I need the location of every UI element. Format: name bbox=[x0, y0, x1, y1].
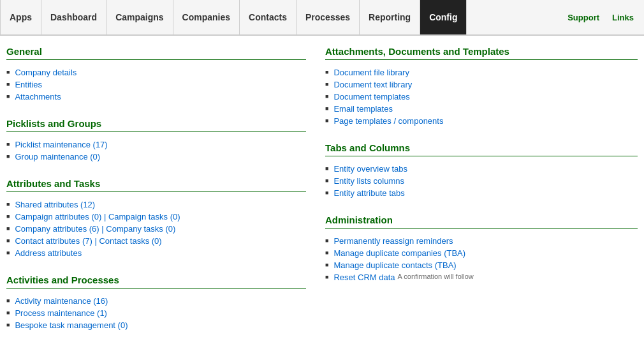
nav-item-reporting[interactable]: Reporting bbox=[360, 0, 420, 34]
list-item: Document templates bbox=[325, 91, 638, 103]
nav-item-dashboard[interactable]: Dashboard bbox=[41, 0, 106, 34]
list-item: Manage duplicate contacts (TBA) bbox=[325, 259, 638, 271]
nav-item-companies[interactable]: Companies bbox=[173, 0, 240, 34]
list-item-link[interactable]: Address attributes bbox=[15, 248, 82, 258]
list-item: Entity attribute tabs bbox=[325, 187, 638, 199]
list-item: Contact attributes (7) | Contact tasks (… bbox=[6, 235, 306, 247]
list-item: Company attributes (6) | Company tasks (… bbox=[6, 223, 306, 235]
list-item-link[interactable]: Attachments bbox=[15, 92, 61, 101]
section-attachments: Attachments, Documents and TemplatesDocu… bbox=[325, 46, 638, 127]
section-picklists: Picklists and GroupsPicklist maintenance… bbox=[6, 118, 306, 163]
list-item: Document file library bbox=[325, 66, 638, 79]
list-item: Picklist maintenance (17) bbox=[6, 139, 306, 151]
main-nav: AppsDashboardCampaignsCompaniesContactsP… bbox=[0, 0, 644, 36]
list-item: Page templates / components bbox=[325, 115, 638, 127]
nav-item-apps[interactable]: Apps bbox=[0, 0, 41, 34]
list-item-link[interactable]: Company details bbox=[15, 68, 77, 77]
list-item-link[interactable]: Campaign attributes (0) | Campaign tasks… bbox=[15, 212, 180, 221]
list-item-link[interactable]: Activity maintenance (16) bbox=[15, 296, 108, 306]
item-note: A confirmation will follow bbox=[398, 273, 474, 280]
section-general: GeneralCompany detailsEntitiesAttachment… bbox=[6, 46, 306, 103]
list-item-link[interactable]: Shared attributes (12) bbox=[15, 200, 95, 209]
list-item: Entity lists columns bbox=[325, 175, 638, 187]
section-tabs: Tabs and ColumnsEntity overview tabsEnti… bbox=[325, 142, 638, 199]
list-item-link[interactable]: Entity overview tabs bbox=[333, 164, 407, 174]
list-item: Attachments bbox=[6, 91, 306, 103]
list-item-link[interactable]: Entity attribute tabs bbox=[333, 188, 404, 198]
list-item-link[interactable]: Picklist maintenance (17) bbox=[15, 140, 107, 149]
list-item-link[interactable]: Permanently reassign reminders bbox=[333, 236, 453, 246]
nav-item-processes[interactable]: Processes bbox=[296, 0, 360, 34]
list-item-link[interactable]: Reset CRM data bbox=[333, 273, 395, 282]
right-column: Attachments, Documents and TemplatesDocu… bbox=[319, 46, 638, 347]
list-item-link[interactable]: Contact attributes (7) | Contact tasks (… bbox=[15, 236, 161, 246]
list-item: Company details bbox=[6, 66, 306, 79]
section-activities: Activities and ProcessesActivity mainten… bbox=[6, 274, 306, 331]
list-item: Shared attributes (12) bbox=[6, 199, 306, 211]
list-item-link[interactable]: Process maintenance (1) bbox=[15, 308, 107, 318]
list-item: Manage duplicate companies (TBA) bbox=[325, 247, 638, 259]
list-item: Reset CRM dataA confirmation will follow bbox=[325, 271, 638, 283]
list-item: Email templates bbox=[325, 103, 638, 115]
section-title-admin: Administration bbox=[325, 214, 638, 229]
nav-item-contacts[interactable]: Contacts bbox=[240, 0, 296, 34]
left-column: GeneralCompany detailsEntitiesAttachment… bbox=[6, 46, 319, 347]
nav-item-campaigns[interactable]: Campaigns bbox=[106, 0, 173, 34]
section-title-attributes: Attributes and Tasks bbox=[6, 178, 306, 192]
list-item-link[interactable]: Document text library bbox=[333, 80, 412, 89]
list-item-link[interactable]: Entities bbox=[15, 80, 42, 89]
page-content: GeneralCompany detailsEntitiesAttachment… bbox=[0, 36, 644, 357]
section-admin: AdministrationPermanently reassign remin… bbox=[325, 214, 638, 283]
list-item: Bespoke task management (0) bbox=[6, 319, 306, 331]
nav-left: AppsDashboardCampaignsCompaniesContactsP… bbox=[0, 0, 557, 34]
list-item: Address attributes bbox=[6, 247, 306, 259]
section-title-activities: Activities and Processes bbox=[6, 274, 306, 289]
list-item: Entities bbox=[6, 79, 306, 91]
links-link[interactable]: Links bbox=[607, 10, 639, 25]
nav-right: Support Links bbox=[557, 0, 644, 34]
support-link[interactable]: Support bbox=[562, 10, 604, 25]
list-item-link[interactable]: Bespoke task management (0) bbox=[15, 320, 128, 330]
list-item: Campaign attributes (0) | Campaign tasks… bbox=[6, 211, 306, 223]
list-item: Permanently reassign reminders bbox=[325, 235, 638, 247]
list-item-link[interactable]: Manage duplicate contacts (TBA) bbox=[333, 260, 456, 270]
list-item: Group maintenance (0) bbox=[6, 151, 306, 163]
list-item: Activity maintenance (16) bbox=[6, 295, 306, 307]
section-attributes: Attributes and TasksShared attributes (1… bbox=[6, 178, 306, 259]
list-item-link[interactable]: Page templates / components bbox=[333, 116, 443, 126]
section-title-tabs: Tabs and Columns bbox=[325, 142, 638, 156]
section-title-general: General bbox=[6, 46, 306, 60]
list-item-link[interactable]: Manage duplicate companies (TBA) bbox=[333, 248, 465, 258]
list-item: Entity overview tabs bbox=[325, 163, 638, 175]
nav-item-config[interactable]: Config bbox=[420, 0, 467, 34]
section-title-attachments: Attachments, Documents and Templates bbox=[325, 46, 638, 60]
list-item: Document text library bbox=[325, 79, 638, 91]
list-item-link[interactable]: Email templates bbox=[333, 104, 392, 114]
list-item: Process maintenance (1) bbox=[6, 307, 306, 319]
list-item-link[interactable]: Entity lists columns bbox=[333, 176, 404, 186]
list-item-link[interactable]: Document templates bbox=[333, 92, 409, 101]
list-item-link[interactable]: Company attributes (6) | Company tasks (… bbox=[15, 224, 175, 234]
list-item-link[interactable]: Document file library bbox=[333, 68, 409, 77]
list-item-link[interactable]: Group maintenance (0) bbox=[15, 152, 100, 161]
section-title-picklists: Picklists and Groups bbox=[6, 118, 306, 132]
